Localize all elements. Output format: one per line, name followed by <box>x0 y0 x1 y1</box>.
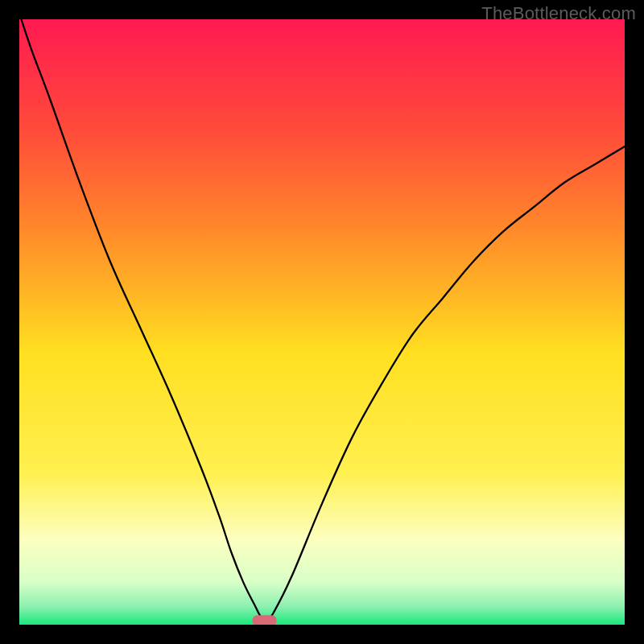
plot-area <box>19 19 625 625</box>
watermark-text: TheBottleneck.com <box>481 3 636 24</box>
chart-frame: TheBottleneck.com <box>0 0 644 644</box>
minimum-marker <box>253 615 277 625</box>
gradient-background <box>19 19 625 625</box>
chart-svg <box>19 19 625 625</box>
